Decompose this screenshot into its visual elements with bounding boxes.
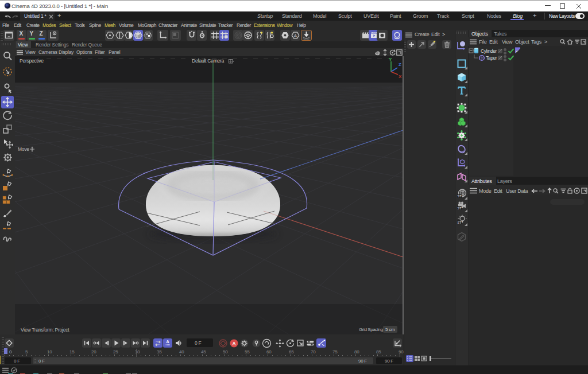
svg-text:ST: ST: [457, 194, 462, 198]
svg-text:ST: ST: [457, 221, 462, 224]
svg-text:Z: Z: [399, 62, 401, 67]
svg-text:Y: Y: [389, 57, 392, 62]
svg-text:ST: ST: [457, 207, 462, 210]
svg-text:A: A: [294, 33, 297, 38]
svg-text:X: X: [399, 74, 402, 79]
svg-text:A: A: [232, 341, 235, 346]
svg-text:A: A: [166, 340, 169, 344]
